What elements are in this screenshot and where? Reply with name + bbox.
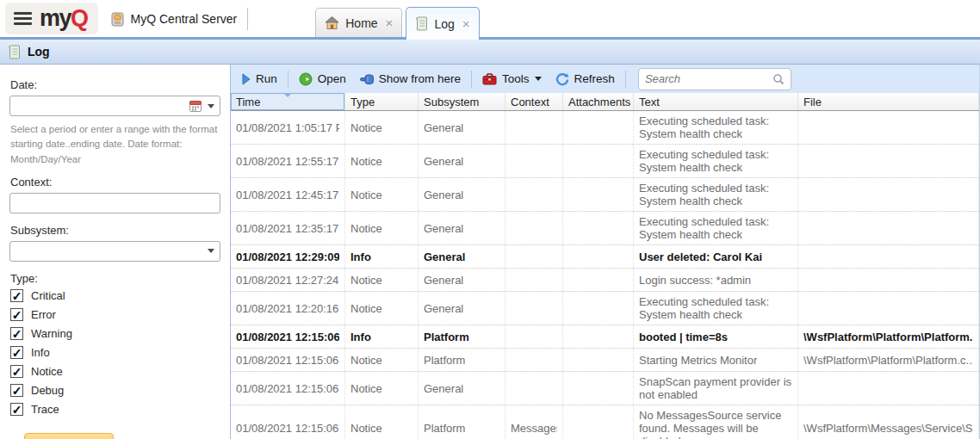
myq-logo[interactable]: myQ <box>40 7 88 30</box>
table-row[interactable]: 01/08/2021 12:15:06...NoticeGeneralSnapS… <box>231 372 979 405</box>
date-input[interactable] <box>16 97 183 114</box>
column-header-text[interactable]: Text <box>634 93 798 110</box>
calendar-icon[interactable] <box>189 100 202 112</box>
cell-attachments <box>563 178 634 211</box>
cell-context <box>506 292 563 325</box>
page-header: Log <box>0 40 980 65</box>
cell-text: User deleted: Carol Kai <box>634 245 798 268</box>
cell-context <box>506 325 563 348</box>
date-field[interactable] <box>9 96 220 116</box>
column-header-subsystem[interactable]: Subsystem <box>419 93 506 110</box>
table-row[interactable]: 01/08/2021 12:55:17...NoticeGeneralExecu… <box>231 145 979 178</box>
cell-type: Info <box>345 245 419 268</box>
type-label: Type: <box>10 272 220 285</box>
cell-context <box>506 349 563 371</box>
table-row[interactable]: 01/08/2021 12:15:06...NoticePlatformMess… <box>231 405 979 439</box>
column-header-label: Context <box>511 96 549 108</box>
table-header: TimeTypeSubsystemContextAttachmentsTextF… <box>231 93 979 111</box>
cell-type: Notice <box>345 372 419 405</box>
table-row[interactable]: 01/08/2021 12:35:17...NoticeGeneralExecu… <box>231 212 979 245</box>
cell-subsystem: Platform <box>419 405 506 439</box>
cell-file <box>798 245 979 268</box>
checkbox[interactable]: ✓ <box>10 289 23 302</box>
table-row[interactable]: 01/08/2021 12:15:06...NoticePlatformStar… <box>231 349 979 372</box>
checkbox-label: Warning <box>31 327 72 340</box>
context-field[interactable] <box>9 193 220 213</box>
subsystem-select[interactable] <box>9 241 220 262</box>
refresh-icon <box>555 72 569 86</box>
refresh-button[interactable]: Refresh <box>549 69 621 90</box>
chevron-down-icon[interactable] <box>208 104 214 108</box>
table-row[interactable]: 01/08/2021 1:05:17 P...NoticeGeneralExec… <box>231 111 979 145</box>
column-header-label: Time <box>236 96 260 108</box>
table-row[interactable]: 01/08/2021 12:27:24...NoticeGeneralLogin… <box>231 269 979 292</box>
toolbar-separator <box>288 71 288 88</box>
tab-label: Home <box>345 16 377 30</box>
hamburger-menu-icon[interactable] <box>14 12 32 25</box>
cell-subsystem: General <box>419 292 506 325</box>
column-header-time[interactable]: Time <box>231 93 345 110</box>
checkbox-label: Error <box>31 308 56 321</box>
type-option-warning: ✓Warning <box>10 327 220 341</box>
tools-button[interactable]: Tools <box>476 69 548 89</box>
checkbox-label: Debug <box>31 384 64 397</box>
column-header-attachments[interactable]: Attachments <box>563 93 634 110</box>
checkbox[interactable]: ✓ <box>10 384 23 397</box>
table-row[interactable]: 01/08/2021 12:29:09...InfoGeneralUser de… <box>231 245 979 269</box>
table-row[interactable]: 01/08/2021 12:45:17...NoticeGeneralExecu… <box>231 178 979 212</box>
cell-text: Executing scheduled task: System health … <box>634 292 798 325</box>
column-header-label: File <box>803 96 822 108</box>
column-header-file[interactable]: File <box>798 93 979 110</box>
cell-attachments <box>563 292 634 325</box>
cell-subsystem: General <box>419 372 506 405</box>
cell-file <box>798 111 979 144</box>
close-icon[interactable]: × <box>386 15 394 30</box>
subsystem-input[interactable] <box>16 243 202 260</box>
cell-time: 01/08/2021 12:20:16... <box>231 292 345 325</box>
table-row[interactable]: 01/08/2021 12:15:06...InfoPlatformbooted… <box>231 325 979 349</box>
context-input[interactable] <box>16 195 214 212</box>
cell-context <box>506 111 563 144</box>
cell-time: 01/08/2021 12:15:06... <box>231 349 345 371</box>
button-label: Tools <box>502 72 530 85</box>
search-button[interactable]: Search <box>24 433 114 439</box>
table-search-box[interactable] <box>638 68 791 90</box>
checkbox[interactable]: ✓ <box>10 346 23 359</box>
checkbox[interactable]: ✓ <box>10 308 23 321</box>
show-from-here-button[interactable]: Show from here <box>354 69 467 89</box>
cell-subsystem: Platform <box>419 349 506 371</box>
cell-file: \WsfPlatform\Platform\Platform.c... <box>798 349 979 371</box>
close-icon[interactable]: × <box>462 16 470 31</box>
checkbox-label: Critical <box>31 289 65 302</box>
checkbox[interactable]: ✓ <box>10 327 23 340</box>
checkbox[interactable]: ✓ <box>10 365 23 378</box>
column-header-type[interactable]: Type <box>345 93 419 110</box>
cell-context <box>506 372 563 405</box>
page-title: Log <box>28 45 50 59</box>
tab-home[interactable]: Home × <box>315 8 402 37</box>
chevron-down-icon[interactable] <box>208 249 214 253</box>
run-button[interactable]: Run <box>236 69 283 89</box>
cell-type: Notice <box>345 111 419 144</box>
cell-file: \WsfPlatform\Platform\Platform.c... <box>798 325 979 348</box>
cell-context <box>506 145 563 177</box>
log-icon <box>415 16 428 31</box>
button-label: Run <box>256 72 277 85</box>
cell-context: Messages <box>506 405 563 439</box>
accent-strip <box>0 37 980 40</box>
table-row[interactable]: 01/08/2021 12:20:16...NoticeGeneralExecu… <box>231 292 979 325</box>
home-icon <box>325 16 339 29</box>
cell-time: 01/08/2021 12:27:24... <box>231 269 345 291</box>
cell-text: Login success: *admin <box>634 269 798 291</box>
cell-type: Notice <box>345 405 419 439</box>
column-header-label: Subsystem <box>424 96 479 108</box>
open-button[interactable]: Open <box>293 69 352 90</box>
tab-log[interactable]: Log × <box>406 7 479 40</box>
cell-subsystem: General <box>419 178 506 211</box>
table-search-input[interactable] <box>645 72 769 85</box>
type-option-trace: ✓Trace <box>10 403 220 417</box>
checkbox[interactable]: ✓ <box>10 403 23 416</box>
column-header-label: Text <box>639 96 660 108</box>
toolbox-icon <box>482 73 497 85</box>
column-header-context[interactable]: Context <box>506 93 563 110</box>
